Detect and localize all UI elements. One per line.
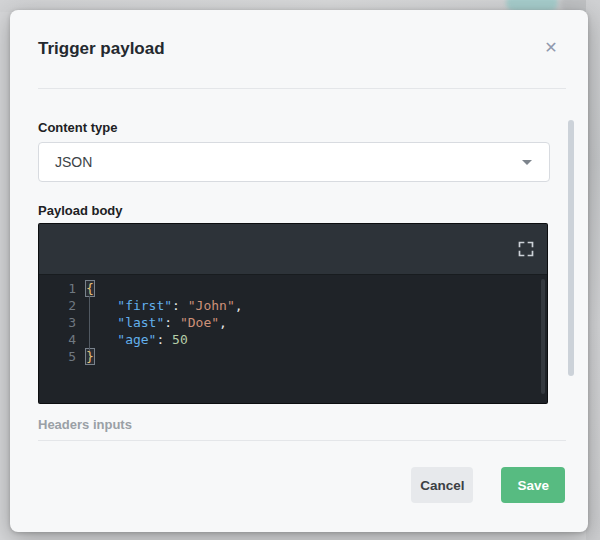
page-title: Trigger payload (38, 39, 165, 59)
line-number: 4 (39, 331, 76, 348)
headers-inputs-label: Headers inputs (38, 417, 132, 432)
editor-toolbar (39, 224, 547, 275)
payload-body-editor[interactable]: 1{2 "first": "John",3 "last": "Doe",4 "a… (38, 223, 548, 404)
chevron-down-icon (522, 160, 532, 165)
header-divider (38, 88, 566, 89)
background-right-strip (586, 0, 600, 540)
bracket-indent-guide (89, 296, 90, 351)
content-type-label: Content type (38, 120, 117, 135)
code-line: 5} (39, 348, 547, 365)
save-button[interactable]: Save (501, 467, 565, 503)
content-type-select[interactable]: JSON (38, 142, 550, 182)
close-icon[interactable]: ✕ (542, 39, 560, 57)
editor-scrollbar[interactable] (541, 279, 545, 394)
code-lines: 1{2 "first": "John",3 "last": "Doe",4 "a… (39, 280, 547, 365)
code-area[interactable]: 1{2 "first": "John",3 "last": "Doe",4 "a… (39, 275, 547, 365)
payload-body-label: Payload body (38, 203, 123, 218)
line-number: 2 (39, 297, 76, 314)
line-number: 5 (39, 348, 76, 365)
code-line: 4 "age": 50 (39, 331, 547, 348)
code-line: 2 "first": "John", (39, 297, 547, 314)
trigger-payload-modal: Trigger payload ✕ Content type JSON Payl… (10, 10, 588, 532)
code-line: 1{ (39, 280, 547, 297)
modal-scrollbar[interactable] (568, 120, 574, 376)
fullscreen-icon[interactable] (518, 241, 534, 257)
content-type-selected-value: JSON (55, 154, 92, 170)
line-number: 1 (39, 280, 76, 297)
footer-actions: Cancel Save (411, 467, 565, 503)
footer-divider (38, 440, 566, 441)
line-number: 3 (39, 314, 76, 331)
cancel-button[interactable]: Cancel (411, 467, 473, 503)
code-line: 3 "last": "Doe", (39, 314, 547, 331)
